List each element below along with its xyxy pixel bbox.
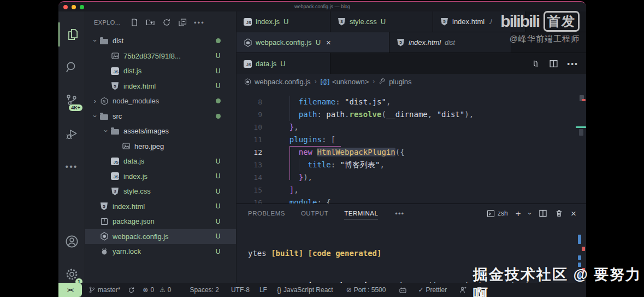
js-file-icon bbox=[244, 60, 252, 68]
tab-webpack-config-js[interactable]: webpack.config.js U × bbox=[237, 32, 389, 53]
new-folder-icon[interactable] bbox=[146, 18, 155, 27]
tree-item-assets-images[interactable]: › assets/images bbox=[85, 124, 236, 139]
dirty-untracked-badge: U bbox=[381, 18, 386, 26]
tab-style-css[interactable]: style.css U bbox=[330, 11, 433, 32]
indentation-item[interactable]: Spaces: 2 bbox=[190, 286, 219, 294]
feedback-person-button[interactable] bbox=[459, 286, 467, 294]
html-file-icon bbox=[111, 82, 119, 90]
tree-item-index-js[interactable]: › index.js U bbox=[85, 169, 236, 184]
scroll-decoration-error bbox=[582, 247, 585, 251]
live-server-port-item[interactable]: ⊘ Port : 5500 bbox=[346, 286, 386, 294]
warning-icon: ⚠ bbox=[159, 286, 166, 294]
open-changes-icon[interactable] bbox=[531, 59, 540, 68]
branch-icon bbox=[88, 286, 96, 294]
more-views-button[interactable]: ••• bbox=[58, 155, 85, 179]
breadcrumb-container[interactable]: <unknown> bbox=[332, 78, 369, 86]
tree-item-node-modules[interactable]: › node_modules bbox=[85, 94, 236, 109]
terminal-line: ytes [built] [code generated] bbox=[248, 248, 578, 259]
git-branch-item[interactable]: master* bbox=[88, 286, 120, 294]
close-tab-icon[interactable]: × bbox=[326, 38, 331, 46]
tree-item-webpack-config-js[interactable]: › webpack.config.js U bbox=[85, 229, 236, 244]
git-status-badge: U bbox=[214, 158, 222, 165]
tab-data-js[interactable]: data.js U bbox=[237, 53, 330, 74]
tree-item-style-css[interactable]: › style.css U bbox=[85, 184, 236, 199]
scroll-decoration-info bbox=[578, 235, 581, 244]
tab-index-js[interactable]: index.js U bbox=[237, 11, 330, 32]
new-file-icon[interactable] bbox=[130, 18, 139, 27]
notifications-button[interactable] bbox=[476, 286, 483, 294]
split-editor-icon[interactable] bbox=[549, 59, 558, 68]
ellipsis-icon: ••• bbox=[66, 162, 78, 172]
editor-more-actions-icon[interactable]: ••• bbox=[567, 60, 578, 68]
scroll-decoration-info bbox=[578, 263, 581, 267]
tree-item-hash-image[interactable]: › 75b2d8375f91f8... U bbox=[85, 49, 236, 64]
terminal-output[interactable]: ytes [built] [code generated] ./src/asse… bbox=[237, 223, 578, 283]
scroll-decoration-error bbox=[582, 268, 585, 272]
tree-item-index-html[interactable]: › index.html U bbox=[85, 79, 236, 94]
code-editor[interactable]: 8 filename: "dist.js", 9 path: path.reso… bbox=[237, 89, 586, 203]
tree-item-yarn-lock[interactable]: › yarn.lock U bbox=[85, 244, 236, 259]
sync-button[interactable] bbox=[128, 287, 135, 294]
file-tree: › dist › 75b2d8375f91f8... U › d bbox=[85, 33, 236, 259]
close-panel-icon[interactable]: × bbox=[571, 209, 576, 218]
error-mark bbox=[582, 99, 586, 101]
tab-problems[interactable]: PROBLEMS bbox=[248, 204, 285, 223]
git-status-badge: U bbox=[214, 82, 222, 90]
dirty-untracked-badge: U bbox=[316, 38, 321, 46]
status-bar: >< master* ⊗ 0 ⚠ bbox=[58, 283, 586, 297]
chevron-down-icon[interactable]: › bbox=[525, 212, 534, 214]
sidebar-item-search[interactable] bbox=[58, 55, 85, 79]
robot-button[interactable] bbox=[399, 287, 407, 294]
code-line: 14 }), bbox=[237, 171, 586, 184]
active-bracket-guide-horizontal bbox=[289, 146, 341, 147]
sidebar-item-explorer[interactable] bbox=[58, 22, 86, 46]
indent-guide bbox=[289, 96, 290, 121]
code-line: 13 title: "博客列表", bbox=[237, 159, 586, 171]
tree-item-dist[interactable]: › dist bbox=[85, 33, 236, 49]
split-terminal-icon[interactable] bbox=[539, 209, 547, 218]
collapse-all-icon[interactable] bbox=[178, 18, 187, 27]
sidebar-item-source-control[interactable]: 4K+ bbox=[58, 88, 85, 112]
accounts-button[interactable] bbox=[58, 229, 85, 253]
language-mode-item[interactable]: {} JavaScript React bbox=[277, 286, 333, 294]
trash-icon[interactable] bbox=[555, 209, 563, 218]
breadcrumb-file[interactable]: webpack.config.js bbox=[255, 78, 311, 86]
workbench: 4K+ ••• bbox=[58, 11, 586, 283]
html-file-icon bbox=[101, 202, 108, 210]
code-line: 16 module: { bbox=[237, 196, 586, 203]
git-status-badge: U bbox=[214, 248, 222, 255]
formatter-item[interactable]: ✓ Prettier bbox=[418, 286, 447, 294]
yarn-lock-icon bbox=[100, 247, 109, 256]
git-status-badge: U bbox=[214, 202, 222, 210]
account-icon bbox=[64, 234, 79, 249]
tree-item-package-json[interactable]: › package.json U bbox=[85, 214, 236, 229]
sidebar-item-run-debug[interactable] bbox=[58, 122, 85, 146]
problems-item[interactable]: ⊗ 0 ⚠ 0 bbox=[143, 286, 171, 294]
breadcrumb[interactable]: webpack.config.js › [@] <unknown> › plug… bbox=[237, 74, 586, 89]
dirty-untracked-badge: U bbox=[283, 18, 288, 26]
error-icon: ⊗ bbox=[143, 286, 148, 294]
tab-index-html-root[interactable]: index.html ./ bbox=[433, 11, 525, 32]
breadcrumb-symbol[interactable]: plugins bbox=[389, 78, 411, 86]
tree-item-src[interactable]: › src bbox=[85, 109, 236, 124]
tab-output[interactable]: OUTPUT bbox=[301, 204, 328, 223]
git-status-badge: U bbox=[214, 172, 222, 180]
new-terminal-icon[interactable]: + bbox=[516, 209, 521, 218]
remote-indicator[interactable]: >< bbox=[58, 283, 82, 297]
chevron-right-icon: › bbox=[373, 78, 375, 85]
eol-item[interactable]: LF bbox=[259, 286, 267, 294]
tree-item-dist-js[interactable]: › dist.js U bbox=[85, 63, 236, 79]
tab-row-1: index.js U style.css U index.html ./ bbox=[237, 11, 586, 32]
wrench-icon bbox=[379, 78, 386, 85]
tab-terminal[interactable]: TERMINAL bbox=[344, 204, 378, 223]
explorer-more-actions-icon[interactable]: ••• bbox=[194, 19, 205, 27]
refresh-icon[interactable] bbox=[162, 18, 171, 27]
tree-item-data-js[interactable]: › data.js U bbox=[85, 154, 236, 169]
scrollbar-thumb[interactable] bbox=[579, 129, 583, 136]
tab-index-html-dist[interactable]: index.html dist bbox=[389, 32, 511, 53]
tree-item-hero-jpeg[interactable]: › hero.jpeg bbox=[85, 139, 236, 154]
shell-selector[interactable]: zsh bbox=[487, 209, 508, 218]
panel-more-actions-icon[interactable]: ••• bbox=[395, 209, 404, 218]
encoding-item[interactable]: UTF-8 bbox=[231, 286, 250, 294]
tree-item-root-index-html[interactable]: › index.html U bbox=[85, 199, 236, 214]
